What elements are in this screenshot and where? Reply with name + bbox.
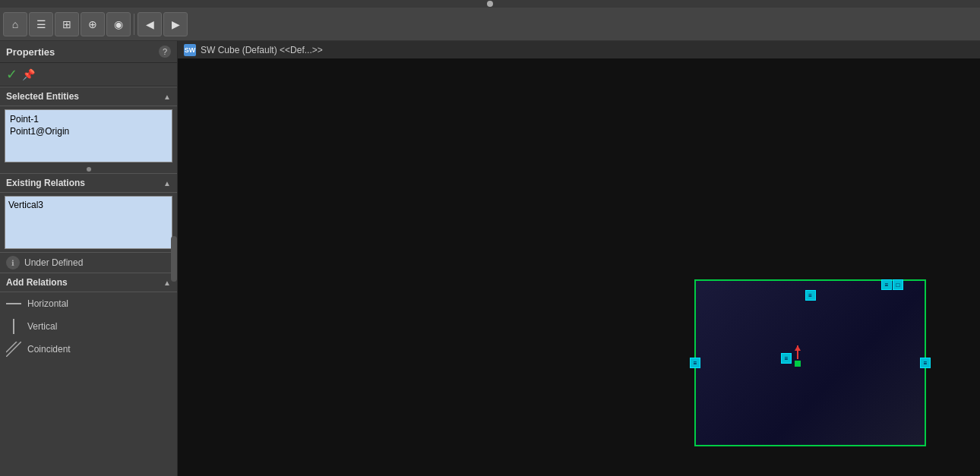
svg-line-3: [6, 342, 17, 352]
coincident-relation-item[interactable]: Coincident: [0, 338, 177, 361]
scroll-indicator: [0, 165, 177, 173]
inner-left-handle[interactable]: ≡: [781, 353, 792, 364]
selected-entities-list[interactable]: Point-1 Point1@Origin: [5, 109, 172, 162]
left-mid-handle[interactable]: ≡: [690, 358, 700, 368]
list-button[interactable]: ☰: [29, 12, 53, 36]
canvas-icon: SW: [184, 44, 196, 56]
nav-right-button[interactable]: ▶: [163, 12, 188, 36]
vertical-relation-item[interactable]: Vertical: [0, 315, 177, 338]
canvas-area: SW SW Cube (Default) <<Def...>> ≡ □ ≡ ≡ …: [178, 41, 980, 476]
status-text: Under Defined: [24, 257, 83, 268]
top-center-handle[interactable]: ≡: [805, 290, 816, 301]
properties-panel-header: Properties ?: [0, 41, 177, 63]
action-row: ✓ 📌: [0, 63, 177, 87]
pin-button[interactable]: 📌: [22, 68, 35, 80]
color-button[interactable]: ◉: [106, 12, 131, 36]
top-right-icon-cluster: ≡ □: [881, 279, 903, 290]
status-row: ℹ Under Defined: [0, 252, 177, 273]
add-relations-title: Add Relations: [6, 277, 68, 288]
center-arrow-group: [795, 345, 801, 367]
scroll-dot: [87, 167, 91, 172]
canvas-title-bar: SW SW Cube (Default) <<Def...>>: [178, 41, 980, 59]
left-panel: Properties ? ✓ 📌 Selected Entities ▲ Poi…: [0, 41, 178, 476]
top-bar-dot: [487, 1, 493, 7]
right-mid-handle[interactable]: ≡: [920, 358, 931, 368]
home-button[interactable]: ⌂: [3, 12, 27, 36]
confirm-button[interactable]: ✓: [6, 66, 17, 83]
selected-entities-collapse-icon: ▲: [163, 93, 171, 101]
arrow-head: [795, 345, 801, 351]
toolbar-separator: [134, 14, 134, 35]
target-button[interactable]: ⊕: [81, 12, 105, 36]
toolbar: ⌂ ☰ ⊞ ⊕ ◉ ◀ ▶: [0, 8, 980, 41]
handle-icon-2[interactable]: □: [893, 279, 903, 290]
vertical-label: Vertical: [27, 321, 57, 332]
top-bar: [0, 0, 980, 8]
drawing-canvas[interactable]: ≡ □ ≡ ≡ ≡ ≡: [178, 59, 980, 476]
relation-item-1[interactable]: Vertical3: [8, 200, 169, 210]
pin-icon: 📌: [22, 68, 35, 80]
sketch-viewport: ≡ □ ≡ ≡ ≡ ≡: [694, 279, 926, 446]
handle-icon-1[interactable]: ≡: [881, 279, 892, 290]
entity-item-2[interactable]: Point1@Origin: [8, 125, 169, 137]
horizontal-icon: [6, 296, 21, 311]
check-icon: ✓: [6, 66, 17, 83]
properties-title: Properties: [6, 46, 55, 58]
existing-relations-section-header[interactable]: Existing Relations ▲: [0, 173, 177, 193]
entity-item-1[interactable]: Point-1: [8, 113, 169, 125]
coincident-icon: [6, 342, 21, 357]
tree-button[interactable]: ⊞: [55, 12, 79, 36]
vertical-icon: [6, 319, 21, 334]
selected-entities-section-header[interactable]: Selected Entities ▲: [0, 87, 177, 106]
horizontal-label: Horizontal: [27, 298, 68, 309]
add-relations-section-header[interactable]: Add Relations ▲: [0, 273, 177, 292]
selected-entities-title: Selected Entities: [6, 91, 79, 102]
main-layout: Properties ? ✓ 📌 Selected Entities ▲ Poi…: [0, 41, 980, 476]
right-scrollbar[interactable]: [171, 236, 177, 282]
existing-relations-title: Existing Relations: [6, 178, 85, 188]
existing-relations-list[interactable]: Vertical3: [5, 196, 172, 249]
help-icon[interactable]: ?: [159, 46, 171, 58]
canvas-title-text: SW Cube (Default) <<Def...>>: [201, 45, 323, 55]
existing-relations-collapse-icon: ▲: [163, 179, 171, 188]
center-dot: [795, 361, 801, 367]
coincident-label: Coincident: [27, 344, 71, 355]
nav-left-button[interactable]: ◀: [138, 12, 162, 36]
status-icon: ℹ: [6, 256, 20, 270]
horizontal-relation-item[interactable]: Horizontal: [0, 292, 177, 315]
add-relations-collapse-icon: ▲: [163, 279, 171, 287]
